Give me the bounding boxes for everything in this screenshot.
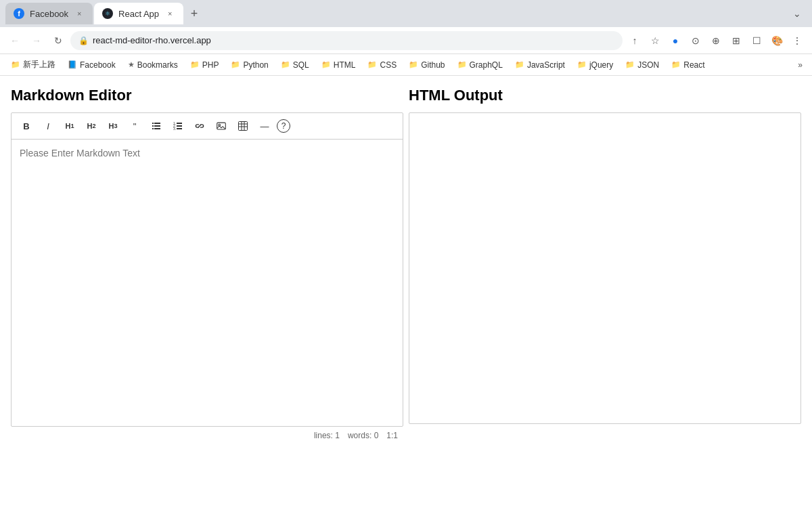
- svg-rect-5: [154, 128, 160, 129]
- bookmark-sql-icon: 📁: [281, 60, 290, 69]
- bookmark-icon[interactable]: ☆: [646, 31, 664, 50]
- svg-rect-1: [154, 123, 160, 124]
- bookmark-json-icon: 📁: [625, 60, 635, 69]
- lines-value: 1: [335, 431, 340, 440]
- html-output-section: HTML Output: [409, 87, 801, 444]
- svg-rect-9: [177, 125, 182, 127]
- markdown-textarea[interactable]: [12, 140, 403, 424]
- tab-list-button[interactable]: ⌄: [788, 5, 807, 22]
- bookmark-github-label: Github: [421, 60, 445, 70]
- svg-rect-4: [152, 128, 154, 129]
- bookmark-facebook-label: Facebook: [80, 60, 116, 70]
- back-button[interactable]: ←: [5, 31, 24, 50]
- bookmark-jquery-label: jQuery: [589, 60, 613, 70]
- bookmark-sql-label: SQL: [293, 60, 309, 70]
- url-text: react-md-editor-rho.vercel.app: [93, 35, 614, 45]
- bookmark-react-icon: 📁: [671, 60, 681, 69]
- help-button[interactable]: ?: [277, 119, 290, 133]
- bookmark-python[interactable]: 📁 Python: [225, 59, 273, 71]
- bookmark-facebook[interactable]: 📘 Facebook: [62, 59, 121, 71]
- editor-status-bar: lines: 1 words: 0 1:1: [11, 427, 403, 444]
- bookmark-php[interactable]: 📁 PHP: [185, 59, 225, 71]
- profile-icon[interactable]: ●: [666, 31, 685, 50]
- tab-react-app-label: React App: [118, 9, 159, 19]
- bookmarks-bar: 📁 新手上路 📘 Facebook ★ Bookmarks 📁 PHP 📁 Py…: [0, 54, 812, 76]
- page-content: Markdown Editor B I H1 H2 H3 ": [0, 76, 812, 508]
- tab-facebook-close[interactable]: ×: [74, 8, 85, 19]
- unordered-list-button[interactable]: [147, 117, 166, 135]
- bookmark-react[interactable]: 📁 React: [666, 59, 710, 71]
- bookmark-jquery[interactable]: 📁 jQuery: [572, 59, 618, 71]
- italic-button[interactable]: I: [39, 117, 58, 135]
- bookmark-xinshoulv-icon: 📁: [11, 60, 20, 69]
- editor-box: B I H1 H2 H3 ": [11, 112, 403, 427]
- bookmark-react-label: React: [683, 60, 704, 70]
- address-action-buttons: ↑ ☆ ● ⊙ ⊕ ⊞ ☐ 🎨 ⋮: [625, 31, 807, 50]
- bookmark-css-icon: 📁: [367, 60, 377, 69]
- extension3-icon[interactable]: ⊞: [727, 31, 746, 50]
- bookmark-github[interactable]: 📁 Github: [403, 59, 450, 71]
- svg-rect-0: [152, 123, 154, 124]
- words-label: words: 0: [348, 431, 378, 440]
- blockquote-button[interactable]: ": [125, 117, 144, 135]
- h1-sub: 1: [70, 123, 74, 129]
- bookmark-python-icon: 📁: [231, 60, 240, 69]
- image-button[interactable]: [212, 117, 231, 135]
- bookmark-github-icon: 📁: [409, 60, 418, 69]
- bookmarks-more-button[interactable]: »: [794, 59, 807, 71]
- bookmark-bookmarks[interactable]: ★ Bookmarks: [122, 59, 183, 71]
- bookmark-css[interactable]: 📁 CSS: [362, 59, 402, 71]
- bookmark-python-label: Python: [243, 60, 268, 70]
- bookmark-javascript-icon: 📁: [515, 60, 524, 69]
- svg-rect-7: [177, 123, 182, 124]
- new-tab-button[interactable]: +: [185, 4, 204, 23]
- ordered-list-button[interactable]: 1. 2. 3.: [168, 117, 187, 135]
- words-value: 0: [374, 431, 379, 440]
- share-icon[interactable]: ↑: [625, 31, 644, 50]
- h2-sub: 2: [92, 123, 95, 129]
- extension1-icon[interactable]: ⊙: [686, 31, 705, 50]
- bold-button[interactable]: B: [17, 117, 36, 135]
- link-button[interactable]: [190, 117, 209, 135]
- bookmark-html[interactable]: 📁 HTML: [316, 59, 361, 71]
- bookmark-star-icon: ★: [128, 60, 135, 69]
- tab-react-app-close[interactable]: ×: [164, 8, 175, 19]
- facebook-tab-icon: f: [14, 8, 24, 19]
- table-button[interactable]: [233, 117, 252, 135]
- refresh-button[interactable]: ↻: [49, 31, 68, 50]
- extension2-icon[interactable]: ⊕: [706, 31, 725, 50]
- tab-react-app[interactable]: ⚛ React App ×: [94, 3, 183, 24]
- h3-button[interactable]: H3: [104, 117, 122, 135]
- browser-chrome: f Facebook × ⚛ React App × + ⌄ ← → ↻ 🔒 r…: [0, 0, 812, 76]
- url-bar[interactable]: 🔒 react-md-editor-rho.vercel.app: [70, 31, 623, 50]
- theme-icon[interactable]: 🎨: [767, 31, 786, 50]
- editor-toolbar: B I H1 H2 H3 ": [12, 113, 403, 140]
- markdown-editor-section: Markdown Editor B I H1 H2 H3 ": [11, 87, 403, 444]
- forward-button[interactable]: →: [27, 31, 46, 50]
- bookmark-html-label: HTML: [334, 60, 356, 70]
- react-tab-icon: ⚛: [102, 8, 113, 19]
- bookmark-json[interactable]: 📁 JSON: [620, 59, 664, 71]
- cursor-position: 1:1: [386, 431, 398, 440]
- h3-sub: 3: [114, 123, 117, 129]
- window-icon[interactable]: ☐: [747, 31, 766, 50]
- bookmark-javascript[interactable]: 📁 JavaScript: [510, 59, 570, 71]
- editor-title: Markdown Editor: [11, 87, 403, 104]
- editor-layout: Markdown Editor B I H1 H2 H3 ": [11, 87, 801, 444]
- bookmark-php-label: PHP: [202, 60, 219, 70]
- tab-facebook-label: Facebook: [30, 9, 68, 19]
- tab-bar: f Facebook × ⚛ React App × + ⌄: [0, 0, 812, 27]
- bookmark-graphql[interactable]: 📁 GraphQL: [452, 59, 508, 71]
- output-title: HTML Output: [409, 87, 801, 104]
- tab-facebook[interactable]: f Facebook ×: [5, 3, 93, 24]
- bookmark-javascript-label: JavaScript: [527, 60, 565, 70]
- bookmark-sql[interactable]: 📁 SQL: [275, 59, 315, 71]
- address-bar: ← → ↻ 🔒 react-md-editor-rho.vercel.app ↑…: [0, 27, 812, 54]
- hr-button[interactable]: —: [255, 117, 274, 135]
- html-output-box: [409, 112, 801, 424]
- bookmark-html-icon: 📁: [321, 60, 331, 69]
- bookmark-xinshoulv[interactable]: 📁 新手上路: [5, 58, 61, 72]
- h2-button[interactable]: H2: [82, 117, 101, 135]
- menu-icon[interactable]: ⋮: [788, 31, 807, 50]
- h1-button[interactable]: H1: [60, 117, 79, 135]
